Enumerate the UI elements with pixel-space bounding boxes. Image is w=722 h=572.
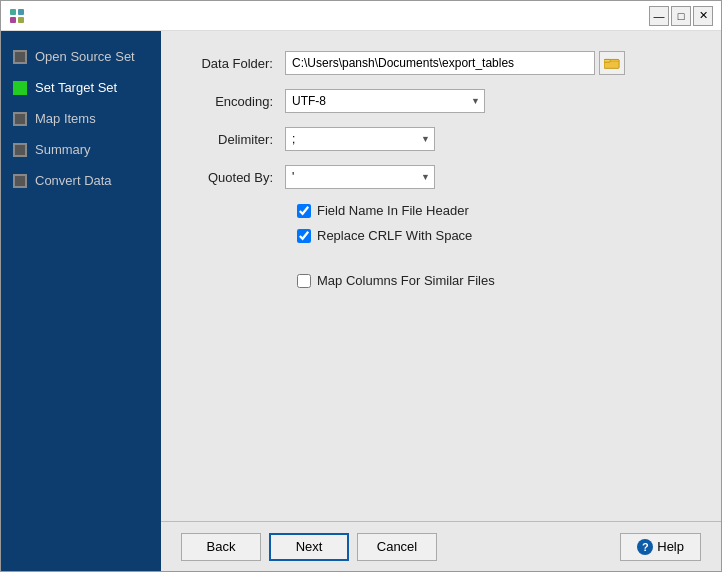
minimize-button[interactable]: — (649, 6, 669, 26)
encoding-label: Encoding: (185, 94, 285, 109)
sidebar-label-set-target-set: Set Target Set (35, 80, 117, 95)
app-icon (9, 8, 25, 24)
map-columns-checkbox[interactable] (297, 274, 311, 288)
sidebar-label-summary: Summary (35, 142, 91, 157)
maximize-button[interactable]: □ (671, 6, 691, 26)
help-icon: ? (637, 539, 653, 555)
help-button[interactable]: ? Help (620, 533, 701, 561)
sidebar: Open Source Set Set Target Set Map Items… (1, 31, 161, 571)
map-columns-row: Map Columns For Similar Files (297, 273, 697, 288)
quoted-by-select[interactable]: ' " None (285, 165, 435, 189)
data-folder-row: Data Folder: (185, 51, 697, 75)
delimiter-select-wrapper: ; , | Tab (285, 127, 435, 151)
data-folder-input-group (285, 51, 625, 75)
encoding-row: Encoding: UTF-8 UTF-16 ASCII ISO-8859-1 (185, 89, 697, 113)
field-name-header-checkbox[interactable] (297, 204, 311, 218)
map-columns-label: Map Columns For Similar Files (317, 273, 495, 288)
browse-folder-button[interactable] (599, 51, 625, 75)
delimiter-select[interactable]: ; , | Tab (285, 127, 435, 151)
sidebar-label-map-items: Map Items (35, 111, 96, 126)
delimiter-row: Delimiter: ; , | Tab (185, 127, 697, 151)
quoted-by-label: Quoted By: (185, 170, 285, 185)
main-content: Open Source Set Set Target Set Map Items… (1, 31, 721, 571)
step-indicator-set-target-set (13, 81, 27, 95)
sidebar-label-open-source-set: Open Source Set (35, 49, 135, 64)
svg-rect-3 (18, 17, 24, 23)
svg-rect-1 (18, 9, 24, 15)
sidebar-item-summary[interactable]: Summary (1, 134, 161, 165)
data-folder-input[interactable] (285, 51, 595, 75)
help-label: Help (657, 539, 684, 554)
step-indicator-convert-data (13, 174, 27, 188)
quoted-by-select-wrapper: ' " None (285, 165, 435, 189)
next-button[interactable]: Next (269, 533, 349, 561)
title-bar: — □ ✕ (1, 1, 721, 31)
encoding-select[interactable]: UTF-8 UTF-16 ASCII ISO-8859-1 (285, 89, 485, 113)
sidebar-item-convert-data[interactable]: Convert Data (1, 165, 161, 196)
quoted-by-row: Quoted By: ' " None (185, 165, 697, 189)
sidebar-item-open-source-set[interactable]: Open Source Set (1, 41, 161, 72)
replace-crlf-row: Replace CRLF With Space (297, 228, 697, 243)
right-panel: Data Folder: Encodin (161, 31, 721, 571)
encoding-select-wrapper: UTF-8 UTF-16 ASCII ISO-8859-1 (285, 89, 485, 113)
step-indicator-open-source-set (13, 50, 27, 64)
title-bar-controls: — □ ✕ (649, 6, 713, 26)
svg-rect-0 (10, 9, 16, 15)
cancel-button[interactable]: Cancel (357, 533, 437, 561)
sidebar-label-convert-data: Convert Data (35, 173, 112, 188)
title-bar-left (9, 8, 25, 24)
bottom-right-buttons: ? Help (620, 533, 701, 561)
content-area: Data Folder: Encodin (161, 31, 721, 521)
step-indicator-summary (13, 143, 27, 157)
replace-crlf-label: Replace CRLF With Space (317, 228, 472, 243)
bottom-left-buttons: Back Next Cancel (181, 533, 437, 561)
field-name-header-label: Field Name In File Header (317, 203, 469, 218)
sidebar-item-map-items[interactable]: Map Items (1, 103, 161, 134)
step-indicator-map-items (13, 112, 27, 126)
close-button[interactable]: ✕ (693, 6, 713, 26)
replace-crlf-checkbox[interactable] (297, 229, 311, 243)
sidebar-item-set-target-set[interactable]: Set Target Set (1, 72, 161, 103)
field-name-header-row: Field Name In File Header (297, 203, 697, 218)
bottom-bar: Back Next Cancel ? Help (161, 521, 721, 571)
data-folder-label: Data Folder: (185, 56, 285, 71)
svg-rect-5 (604, 59, 610, 62)
svg-rect-2 (10, 17, 16, 23)
delimiter-label: Delimiter: (185, 132, 285, 147)
main-window: — □ ✕ Open Source Set Set Target Set Map… (0, 0, 722, 572)
back-button[interactable]: Back (181, 533, 261, 561)
